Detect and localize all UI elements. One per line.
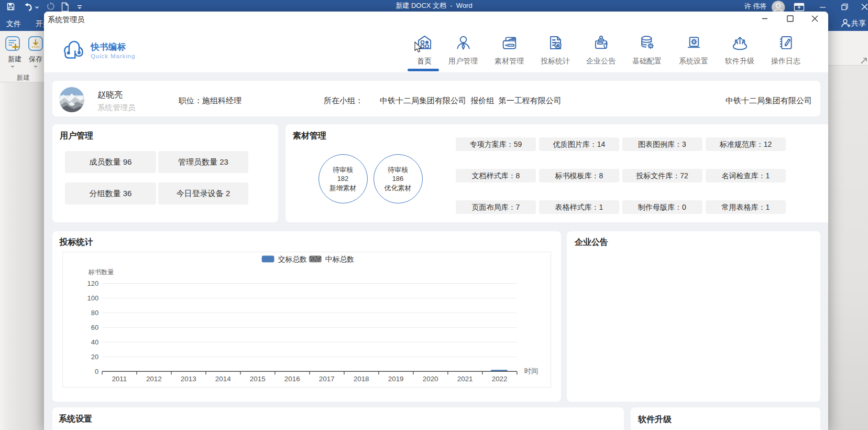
svg-text:时间: 时间 [524,367,539,375]
svg-text:2020: 2020 [423,375,438,383]
svg-text:2017: 2017 [319,375,335,383]
svg-text:标书数量: 标书数量 [88,268,114,276]
svg-text:120: 120 [87,280,98,287]
svg-text:80: 80 [91,309,98,317]
svg-text:2016: 2016 [284,375,300,383]
svg-text:中标总数: 中标总数 [325,255,355,263]
svg-text:20: 20 [91,353,98,361]
svg-text:100: 100 [87,294,98,302]
svg-text:2013: 2013 [181,375,196,383]
svg-text:2012: 2012 [146,375,162,383]
svg-text:2018: 2018 [354,375,369,383]
svg-text:2015: 2015 [250,375,266,383]
svg-text:2019: 2019 [388,375,404,383]
svg-text:2014: 2014 [215,375,231,383]
svg-text:60: 60 [91,324,98,331]
svg-text:40: 40 [91,338,98,346]
svg-text:交标总数: 交标总数 [278,255,307,263]
svg-text:2022: 2022 [492,375,508,383]
svg-text:保存: 保存 [29,55,42,63]
svg-text:2021: 2021 [457,375,473,383]
svg-text:新建: 新建 [8,55,21,63]
svg-text:2011: 2011 [112,375,127,383]
svg-text:0: 0 [95,368,98,375]
